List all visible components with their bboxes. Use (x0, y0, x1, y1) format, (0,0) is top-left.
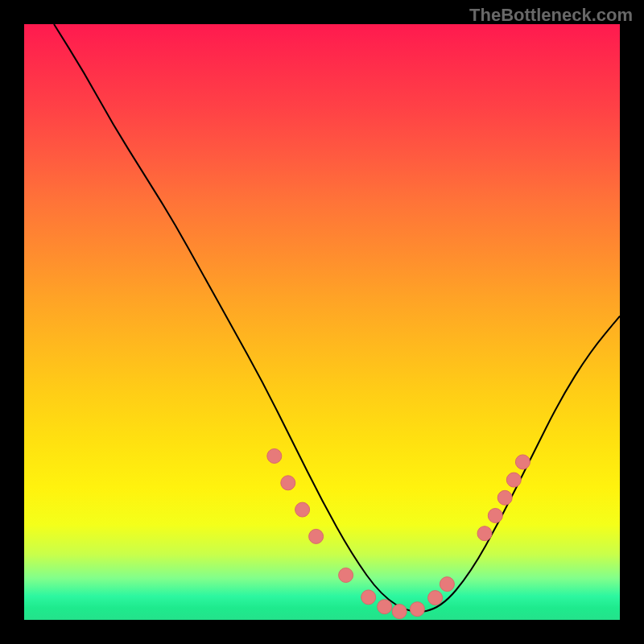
curve-marker (378, 600, 392, 614)
plot-area (24, 24, 620, 620)
curve-marker (477, 526, 492, 541)
curve-marker (361, 590, 376, 605)
curve-marker (339, 568, 353, 583)
curve-marker (428, 591, 443, 605)
curve-markers (267, 449, 530, 619)
curve-marker (497, 490, 512, 505)
chart-svg (24, 24, 620, 620)
curve-marker (295, 502, 310, 517)
curve-marker (392, 605, 407, 619)
curve-marker (515, 455, 530, 469)
curve-marker (267, 449, 282, 464)
curve-marker (281, 476, 295, 490)
curve-marker (309, 529, 324, 543)
bottleneck-curve (54, 24, 620, 612)
watermark-text: TheBottleneck.com (469, 5, 633, 26)
curve-marker (440, 577, 454, 592)
curve-marker (410, 602, 424, 617)
curve-marker (506, 473, 521, 487)
curve-marker (488, 509, 502, 523)
